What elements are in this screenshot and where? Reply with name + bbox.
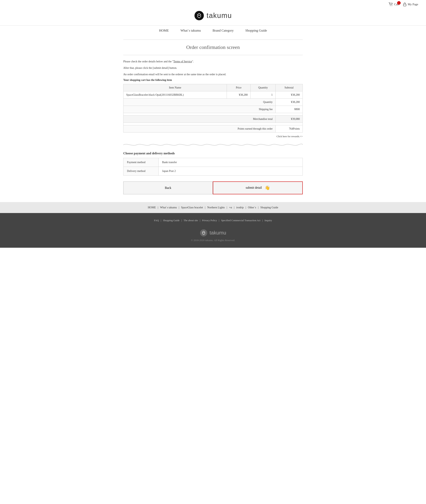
spacer-row [123, 113, 303, 115]
payment-method-label: Payment method [123, 158, 159, 167]
col-quantity: Quantity [251, 84, 276, 91]
item-price: ¥38,280 [227, 91, 251, 98]
payment-method-value: Bank transfer [159, 158, 303, 167]
points-row: Points earned through this order 764Poin… [123, 125, 303, 132]
nav-home[interactable]: HOME [159, 29, 169, 33]
footer-nav-spaceglass[interactable]: SpaceGlass bracelet [181, 206, 203, 209]
nav-brand-category[interactable]: Brand Category [213, 29, 234, 33]
col-subtotal: Subtotal [275, 84, 303, 91]
footer-logo-text: takumu [209, 230, 226, 236]
payment-section-title: Choose payment and delivery methods [123, 152, 303, 155]
footer-faq[interactable]: FAQ [154, 219, 159, 222]
points-value: 764Points [275, 125, 303, 132]
logo-icon [194, 11, 204, 21]
item-quantity: 1 [251, 91, 276, 98]
spacer-row-2 [123, 123, 303, 125]
nav-shopping-guide[interactable]: Shopping Guide [245, 29, 267, 33]
nav-whats-takumu[interactable]: What`s takumu [180, 29, 201, 33]
footer-nav-northern-lights[interactable]: Northern Lights [207, 206, 225, 209]
button-row: Back submit detail 👋 [123, 181, 303, 194]
main-content: Order confirmation screen Please check t… [115, 40, 311, 194]
footer-nav-irodrip[interactable]: irodrip [236, 206, 244, 209]
item-name: SpaceGlassBracelet-black Opal(201116032B… [123, 91, 227, 98]
order-table: Item Name Price Quantity Subtotal SpaceG… [123, 84, 303, 132]
shipping-value: ¥800 [275, 106, 303, 113]
footer-logo: takumu [200, 229, 226, 237]
total-label: Merchandise total [123, 115, 276, 123]
main-nav: HOME What`s takumu Brand Category Shoppi… [0, 25, 426, 36]
quantity-label: Quantity [123, 98, 276, 106]
points-label: Points earned through this order [123, 125, 276, 132]
header-top: Cart 1 My Page [0, 0, 426, 9]
quantity-row: Quantity ¥38,280 [123, 98, 303, 106]
footer-nav-whats[interactable]: What`s takumu [160, 206, 177, 209]
svg-point-0 [390, 6, 391, 6]
footer-nav-others[interactable]: Other`s [248, 206, 256, 209]
intro-text-1: Please check the order details below and… [123, 59, 303, 64]
item-subtotal: ¥38,280 [275, 91, 303, 98]
logo-text: takumu [206, 12, 232, 20]
rewards-link-container: Click here for rewards.>> [123, 135, 303, 138]
col-item-name: Item Name [123, 84, 227, 91]
copyright: © 2018-2020 takumu. All Rights Reserved. [4, 239, 422, 242]
footer-about[interactable]: The about site [184, 219, 198, 222]
logo-area: takumu [0, 9, 426, 25]
svg-point-1 [392, 6, 392, 6]
cursor-icon: 👋 [265, 185, 270, 190]
intro-text-2: After that, please click the [submit det… [123, 65, 303, 70]
delivery-method-label: Delivery method [123, 167, 159, 175]
total-value: ¥39,080 [275, 115, 303, 123]
wave-divider [123, 142, 303, 148]
back-button[interactable]: Back [123, 181, 213, 194]
col-price: Price [227, 84, 251, 91]
cart-button[interactable]: Cart 1 [389, 2, 399, 6]
rewards-link[interactable]: Click here for rewards.>> [276, 135, 303, 138]
payment-method-row: Payment method Bank transfer [123, 158, 303, 167]
mypage-icon [403, 2, 406, 6]
submit-button[interactable]: submit detail 👋 [213, 181, 303, 194]
footer-privacy[interactable]: Privacy Policy [202, 219, 217, 222]
cart-icon [389, 2, 393, 6]
footer-transaction-act[interactable]: Specified Commercial Transaction Act [221, 219, 260, 222]
footer-links: FAQ | Shopping Guide | The about site | … [4, 219, 422, 222]
footer-bottom: FAQ | Shopping Guide | The about site | … [0, 213, 426, 248]
shipping-row: Shipping fee ¥800 [123, 106, 303, 113]
footer-nav-home[interactable]: HOME [148, 206, 156, 209]
payment-table: Payment method Bank transfer Delivery me… [123, 158, 303, 176]
cart-heading: Your shopping cart has the following ite… [123, 79, 303, 82]
quantity-value: ¥38,280 [275, 98, 303, 106]
terms-link[interactable]: Terms of Service [173, 60, 192, 63]
page-title-section: Order confirmation screen [123, 40, 303, 55]
intro-text-3: An order confirmation email will be sent… [123, 72, 303, 77]
total-row: Merchandise total ¥39,080 [123, 115, 303, 123]
footer-nav-shopping-guide[interactable]: Shopping Guide [260, 206, 278, 209]
footer-nav-alpha[interactable]: +α [229, 206, 232, 209]
cart-badge: 1 [397, 1, 401, 5]
footer-nav: HOME | What`s takumu | SpaceGlass bracel… [0, 202, 426, 213]
delivery-method-value: Japan Post 2 [159, 167, 303, 175]
shipping-label: Shipping fee [123, 106, 276, 113]
footer-shopping-guide[interactable]: Shopping Guide [163, 219, 180, 222]
table-row: SpaceGlassBracelet-black Opal(201116032B… [123, 91, 303, 98]
footer-logo-icon [200, 229, 207, 237]
footer-inquiry[interactable]: Inquiry [264, 219, 272, 222]
mypage-button[interactable]: My Page [403, 2, 418, 6]
svg-rect-2 [403, 4, 406, 6]
delivery-method-row: Delivery method Japan Post 2 [123, 167, 303, 175]
mypage-label: My Page [408, 3, 418, 6]
page-title: Order confirmation screen [123, 44, 303, 50]
